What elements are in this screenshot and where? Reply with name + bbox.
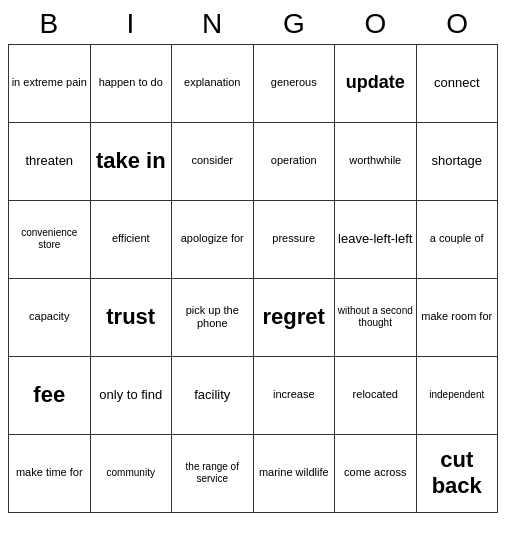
cell-text-1-4: worthwhile [337,154,414,167]
cell-4-0: fee [9,356,91,434]
cell-text-1-3: operation [256,154,333,167]
cell-2-2: apologize for [172,200,254,278]
cell-text-5-3: marine wildlife [256,466,333,479]
header-letter-n-2: N [171,8,253,40]
cell-3-2: pick up the phone [172,278,254,356]
cell-5-5: cut back [416,434,498,512]
cell-1-4: worthwhile [335,122,417,200]
cell-5-3: marine wildlife [253,434,335,512]
cell-1-3: operation [253,122,335,200]
cell-text-4-5: independent [419,389,496,401]
cell-text-4-2: facility [174,387,251,403]
grid-row-0: in extreme painhappen to doexplanationge… [9,44,498,122]
cell-text-3-3: regret [256,304,333,330]
cell-text-1-5: shortage [419,153,496,169]
cell-text-1-1: take in [93,148,170,174]
cell-0-1: happen to do [90,44,172,122]
cell-1-0: threaten [9,122,91,200]
cell-0-0: in extreme pain [9,44,91,122]
cell-text-0-1: happen to do [93,76,170,89]
cell-text-2-4: leave-left-left [337,231,414,247]
cell-5-4: come across [335,434,417,512]
cell-2-4: leave-left-left [335,200,417,278]
cell-1-5: shortage [416,122,498,200]
cell-4-4: relocated [335,356,417,434]
header-letter-i-1: I [90,8,172,40]
cell-2-0: convenience store [9,200,91,278]
cell-text-2-5: a couple of [419,232,496,245]
grid-row-4: feeonly to findfacilityincreaserelocated… [9,356,498,434]
grid-row-3: capacitytrustpick up the phoneregretwith… [9,278,498,356]
cell-3-3: regret [253,278,335,356]
cell-text-0-0: in extreme pain [11,76,88,89]
cell-text-5-0: make time for [11,466,88,479]
cell-text-4-4: relocated [337,388,414,401]
cell-text-4-0: fee [11,382,88,408]
cell-4-3: increase [253,356,335,434]
header-letter-b-0: B [8,8,90,40]
cell-text-5-4: come across [337,466,414,479]
grid-row-2: convenience storeefficientapologize forp… [9,200,498,278]
cell-2-1: efficient [90,200,172,278]
cell-text-0-2: explanation [174,76,251,89]
bingo-header: BINGOO [8,8,498,40]
bingo-grid: in extreme painhappen to doexplanationge… [8,44,498,513]
cell-2-3: pressure [253,200,335,278]
cell-text-2-3: pressure [256,232,333,245]
cell-text-3-5: make room for [419,310,496,323]
cell-text-0-5: connect [419,75,496,91]
cell-3-4: without a second thought [335,278,417,356]
cell-5-2: the range of service [172,434,254,512]
cell-text-5-1: community [93,467,170,479]
cell-text-3-1: trust [93,304,170,330]
cell-text-3-4: without a second thought [337,305,414,329]
cell-text-1-0: threaten [11,153,88,169]
cell-3-5: make room for [416,278,498,356]
cell-3-0: capacity [9,278,91,356]
cell-0-3: generous [253,44,335,122]
cell-0-4: update [335,44,417,122]
cell-text-3-0: capacity [11,310,88,323]
header-letter-o-4: O [335,8,417,40]
cell-1-1: take in [90,122,172,200]
cell-4-5: independent [416,356,498,434]
cell-text-0-3: generous [256,76,333,89]
cell-text-2-2: apologize for [174,232,251,245]
header-letter-o-5: O [416,8,498,40]
cell-3-1: trust [90,278,172,356]
grid-row-1: threatentake inconsideroperationworthwhi… [9,122,498,200]
cell-text-5-2: the range of service [174,461,251,485]
cell-text-5-5: cut back [419,447,496,500]
grid-row-5: make time forcommunitythe range of servi… [9,434,498,512]
cell-1-2: consider [172,122,254,200]
cell-text-3-2: pick up the phone [174,304,251,330]
cell-text-2-1: efficient [93,232,170,245]
cell-4-1: only to find [90,356,172,434]
cell-5-0: make time for [9,434,91,512]
cell-0-5: connect [416,44,498,122]
cell-text-4-1: only to find [93,387,170,403]
header-letter-g-3: G [253,8,335,40]
cell-0-2: explanation [172,44,254,122]
cell-2-5: a couple of [416,200,498,278]
cell-text-0-4: update [337,72,414,94]
cell-text-4-3: increase [256,388,333,401]
cell-text-2-0: convenience store [11,227,88,251]
cell-text-1-2: consider [174,154,251,167]
cell-4-2: facility [172,356,254,434]
cell-5-1: community [90,434,172,512]
